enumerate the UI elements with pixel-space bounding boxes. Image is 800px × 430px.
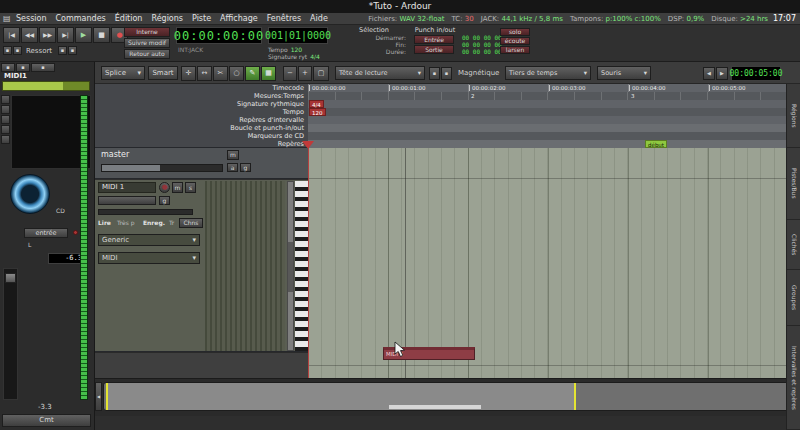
stop-button[interactable]: ■	[93, 27, 110, 43]
strip-button-1[interactable]: ▪	[1, 63, 15, 72]
strip-side-button-2[interactable]	[1, 105, 10, 114]
midi-ctrl-tresp[interactable]: Très p	[117, 220, 135, 226]
editor-canvas[interactable]: MIDI 1	[308, 148, 786, 378]
ruler-label-loop[interactable]: Boucle et punch-in/out	[95, 124, 308, 132]
tab-tracks-busses[interactable]: Pistes/Bus	[787, 148, 800, 220]
master-a-button[interactable]: a	[227, 163, 238, 172]
menu-session[interactable]: Session	[16, 15, 47, 23]
menu-aide[interactable]: Aide	[310, 15, 328, 23]
edit-point-dropdown[interactable]: Souris ▾	[597, 66, 651, 80]
smart-mode-button[interactable]: Smart	[148, 66, 178, 80]
sync-source-button[interactable]: Interne	[124, 27, 170, 37]
rewind-button[interactable]: ◀◀	[21, 27, 38, 43]
meter-readout[interactable]: Signature ryt 4/4	[268, 54, 320, 60]
summary-scroll-left-button[interactable]: ◀	[95, 382, 102, 411]
tab-groups[interactable]: Groupes	[787, 270, 800, 326]
master-g-button[interactable]: g	[240, 163, 251, 172]
zoom-out-button[interactable]: −	[283, 66, 297, 81]
toolbar-small-button-1[interactable]: ▪	[429, 67, 440, 80]
summary-view-range[interactable]	[106, 383, 576, 411]
strip-side-button-1[interactable]	[1, 95, 10, 104]
midi-ctrl-enreg[interactable]: Enreg.	[143, 220, 165, 226]
tool-cut-button[interactable]: ✂	[213, 66, 228, 81]
zoom-fit-button[interactable]: ▢	[313, 66, 329, 81]
gain-fader-handle[interactable]	[5, 273, 16, 283]
menu-affichage[interactable]: Affichage	[220, 15, 258, 23]
midi-device-dropdown[interactable]: Generic ▾	[98, 234, 200, 246]
snap-mode-dropdown[interactable]: Tiers de temps ▾	[505, 66, 591, 80]
transport-small-button-4[interactable]: ▪	[68, 46, 77, 55]
follow-edits-button[interactable]: Suivre modif	[124, 38, 170, 48]
ruler-label-cd[interactable]: Marqueurs de CD	[95, 132, 308, 140]
ressort-label[interactable]: Ressort	[26, 48, 52, 55]
meter-marker[interactable]: 4/4	[309, 100, 324, 108]
app-menu-icon[interactable]: ▤	[3, 15, 11, 23]
transport-small-button-2[interactable]: ▪	[13, 46, 22, 55]
menu-commandes[interactable]: Commandes	[56, 15, 106, 23]
punch-in-button[interactable]: Entrée	[414, 35, 454, 44]
midi-ctrl-tr[interactable]: Tr	[169, 220, 174, 226]
piano-keyboard[interactable]	[295, 181, 308, 351]
goto-start-button[interactable]: |◀	[3, 27, 20, 43]
panner-knob[interactable]	[10, 174, 50, 214]
gain-fader[interactable]	[3, 268, 18, 400]
strip-side-button-5[interactable]	[1, 135, 10, 144]
bars-ruler[interactable]: 2 3	[308, 92, 786, 100]
tool-grab-button[interactable]: ✛	[181, 66, 196, 81]
playhead-line[interactable]	[308, 148, 309, 378]
summary-range-end-handle[interactable]	[574, 383, 576, 411]
tool-range-button[interactable]: ↔	[197, 66, 212, 81]
nudge-clock[interactable]: 00:00:05:00	[731, 66, 781, 81]
start-marker[interactable]: début	[645, 140, 667, 148]
processor-box[interactable]	[11, 95, 91, 169]
punch-out-button[interactable]: Sortie	[414, 45, 454, 54]
ruler-label-markers[interactable]: Repères	[95, 140, 308, 148]
zoom-in-button[interactable]: +	[298, 66, 312, 81]
auto-return-button[interactable]: Retour auto	[124, 49, 170, 59]
track-color-bar[interactable]	[2, 81, 90, 91]
midi-ctrl-lire[interactable]: Lire	[98, 220, 111, 226]
midi-track-header[interactable]: MIDI 1 ● m s g Lire Très p Enreg. Tr Chn…	[95, 180, 308, 352]
master-track-name[interactable]: master	[101, 151, 129, 159]
strip-button-3[interactable]: ▪	[31, 63, 55, 72]
midi-track-name-plate[interactable]: MIDI 1	[98, 182, 156, 193]
menu-edition[interactable]: Édition	[115, 15, 143, 23]
strip-track-name[interactable]: MIDI1	[4, 73, 27, 80]
ruler-label-meter[interactable]: Signature rythmique	[95, 100, 308, 108]
ruler-label-ranges[interactable]: Repères d'intervalle	[95, 116, 308, 124]
midi-group-button[interactable]: g	[159, 196, 170, 205]
tab-snapshots[interactable]: Clichés	[787, 220, 800, 270]
zoom-focus-dropdown[interactable]: Tête de lecture ▾	[335, 66, 425, 80]
timecode-ruler[interactable]: 00:00:00:00 00:00:01:00 00:00:02:00 00:0…	[308, 84, 786, 92]
master-track-header[interactable]: master m a g	[95, 148, 308, 179]
note-range-scroomer[interactable]	[287, 181, 294, 351]
tab-regions[interactable]: Régions	[787, 84, 800, 148]
midi-playlist-button[interactable]	[98, 196, 156, 205]
master-gain-slider[interactable]	[101, 164, 223, 172]
midi-record-enable-button[interactable]: ●	[159, 182, 170, 193]
tab-ranges-marks[interactable]: Intervalles et repères	[787, 326, 800, 430]
menu-fenetres[interactable]: Fenêtres	[267, 15, 301, 23]
solo-toggle-button[interactable]: solo	[500, 28, 530, 36]
tool-draw-button[interactable]: ✎	[245, 66, 260, 81]
range-markers-ruler[interactable]	[308, 116, 786, 124]
midi-gain-slider[interactable]	[98, 209, 193, 215]
play-button[interactable]: ▶	[75, 27, 92, 43]
peak-display[interactable]: -3.3	[38, 404, 52, 411]
record-enable-led[interactable]	[73, 230, 78, 235]
cd-markers-ruler[interactable]	[308, 132, 786, 140]
summary-range-start-handle[interactable]	[106, 383, 108, 411]
midi-solo-button[interactable]: s	[185, 182, 196, 193]
midi-channels-button[interactable]: Chns	[179, 218, 203, 228]
menu-regions[interactable]: Régions	[151, 15, 183, 23]
tool-timefx-button[interactable]: ▦	[261, 66, 276, 81]
fast-forward-button[interactable]: ▶▶	[39, 27, 56, 43]
primary-clock[interactable]: 00:00:00:00	[176, 27, 262, 44]
nudge-forward-button[interactable]: ▶	[716, 67, 728, 80]
midi-mute-button[interactable]: m	[172, 182, 183, 193]
tool-audition-button[interactable]: ○	[229, 66, 244, 81]
goto-end-button[interactable]: ▶|	[57, 27, 74, 43]
menu-piste[interactable]: Piste	[192, 15, 211, 23]
meter-ruler[interactable]: 4/4	[308, 100, 786, 108]
audition-toggle-button[interactable]: écoute	[500, 37, 530, 45]
